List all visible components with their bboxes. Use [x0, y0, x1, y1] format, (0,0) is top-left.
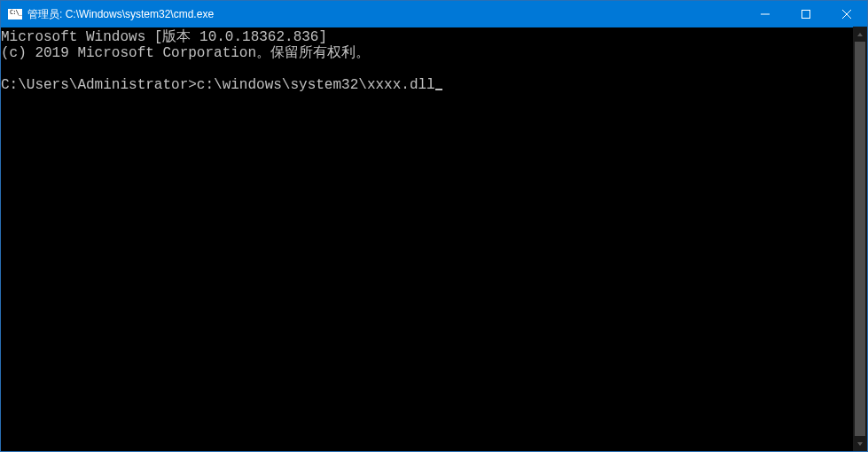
- vertical-scrollbar[interactable]: [853, 27, 867, 451]
- terminal-area[interactable]: Microsoft Windows [版本 10.0.18362.836] (c…: [1, 27, 867, 451]
- window-title: 管理员: C:\Windows\system32\cmd.exe: [27, 7, 214, 22]
- cmd-icon: [8, 9, 22, 19]
- cmd-window: 管理员: C:\Windows\system32\cmd.exe Microso…: [0, 0, 868, 452]
- terminal-input: c:\windows\system32\xxxx.dll: [197, 77, 435, 93]
- chevron-down-icon: [856, 440, 864, 448]
- maximize-icon: [802, 10, 810, 19]
- svg-marker-4: [857, 33, 863, 36]
- terminal-cursor: [435, 89, 442, 90]
- scroll-up-button[interactable]: [853, 27, 867, 42]
- close-button[interactable]: [826, 1, 867, 27]
- svg-rect-1: [802, 11, 810, 19]
- svg-marker-5: [857, 442, 863, 446]
- chevron-up-icon: [856, 31, 864, 38]
- scrollbar-thumb[interactable]: [855, 42, 865, 436]
- window-controls: [745, 1, 867, 27]
- scroll-down-button[interactable]: [853, 436, 867, 451]
- terminal-line: Microsoft Windows [版本 10.0.18362.836]: [1, 29, 327, 45]
- minimize-icon: [761, 10, 770, 19]
- close-icon: [842, 10, 851, 19]
- terminal-prompt-line: C:\Users\Administrator>c:\windows\system…: [1, 77, 442, 93]
- scrollbar-track[interactable]: [853, 42, 867, 436]
- minimize-button[interactable]: [745, 1, 786, 27]
- terminal-prompt: C:\Users\Administrator>: [1, 77, 197, 93]
- maximize-button[interactable]: [786, 1, 826, 27]
- titlebar[interactable]: 管理员: C:\Windows\system32\cmd.exe: [1, 1, 867, 27]
- terminal-line: (c) 2019 Microsoft Corporation。保留所有权利。: [1, 45, 370, 61]
